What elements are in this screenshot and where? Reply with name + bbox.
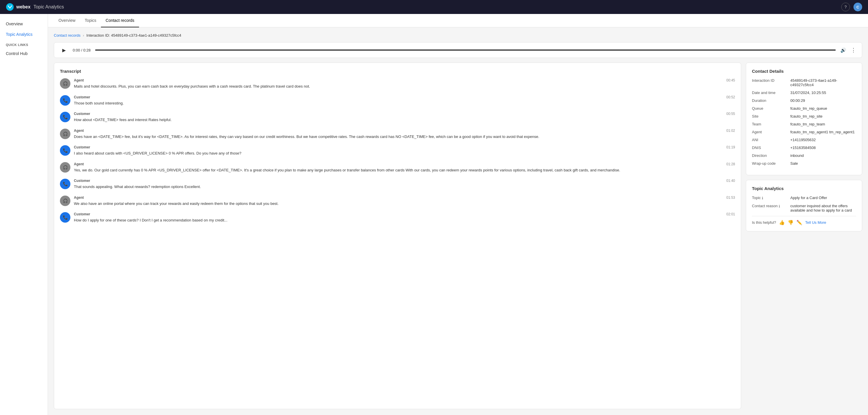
message-text: How about <DATE_TIME> fees and interest …: [74, 117, 735, 123]
body-layout: Overview Topic Analytics QUICK LINKS Con…: [0, 14, 868, 415]
message-avatar: 📞: [60, 212, 70, 223]
message-role: Agent: [74, 162, 84, 166]
message-text: Does have an <DATE_TIME> fee, but it's w…: [74, 134, 735, 140]
message-time: 01:28: [726, 162, 735, 166]
message-text: Those both sound interesting.: [74, 100, 735, 106]
nav-right: ? C: [841, 3, 862, 11]
message-text: We also have an online portal where you …: [74, 201, 735, 207]
message-role: Customer: [74, 95, 90, 99]
message-header: Customer02:01: [74, 212, 735, 216]
user-avatar[interactable]: C: [854, 3, 862, 11]
help-button[interactable]: ?: [841, 3, 850, 11]
message-avatar: 📞: [60, 95, 70, 106]
main-content: Overview Topics Contact records Contact …: [48, 14, 868, 415]
content-area: Contact records › Interaction ID: 454891…: [48, 27, 868, 415]
message-row: 🎧Agent01:02Does have an <DATE_TIME> fee,…: [60, 129, 735, 140]
message-row: 📞Customer01:19I also heard about cards w…: [60, 145, 735, 156]
thumbs-down-icon[interactable]: 👎: [788, 220, 794, 225]
contact-detail-value: 45489149-c373-4ae1-a149-c49327c5fcc4: [790, 78, 856, 87]
message-header: Customer01:40: [74, 179, 735, 183]
thumbs-up-icon[interactable]: 👍: [779, 220, 785, 225]
breadcrumb-separator: ›: [83, 33, 84, 37]
feedback-row: Is this helpful? 👍 👎 ✏️ Tell Us More: [752, 220, 856, 225]
message-time: 01:19: [726, 145, 735, 149]
quick-links-label: QUICK LINKS: [0, 39, 48, 48]
message-avatar: 🎧: [60, 196, 70, 206]
tab-topics[interactable]: Topics: [80, 14, 101, 27]
breadcrumb: Contact records › Interaction ID: 454891…: [54, 33, 862, 37]
right-panels: Contact Details Interaction ID45489149-c…: [746, 63, 862, 409]
message-text: How do I apply for one of these cards? I…: [74, 217, 735, 223]
more-options-icon[interactable]: ⋮: [851, 47, 856, 53]
message-header: Agent01:28: [74, 162, 735, 166]
contact-detail-value: fcauto_tm_rep_team: [790, 122, 856, 126]
topic-value: Apply for a Card Offer: [790, 196, 856, 200]
audio-player: ▶ 0:00 / 0:28 🔊 ⋮: [54, 42, 862, 58]
feedback-question: Is this helpful?: [752, 220, 776, 225]
message-role: Customer: [74, 179, 90, 183]
contact-reason-row: Contact reason ℹ customer inquired about…: [752, 204, 856, 212]
audio-progress-bar[interactable]: [95, 50, 836, 51]
contact-detail-label: Wrap-up code: [752, 161, 787, 166]
tell-us-more-link[interactable]: Tell Us More: [805, 220, 826, 225]
sidebar-item-overview[interactable]: Overview: [0, 19, 48, 29]
contact-detail-value: 31/07/2024, 10:25:55: [790, 90, 856, 95]
message-time: 00:55: [726, 112, 735, 116]
message-body: Agent01:02Does have an <DATE_TIME> fee, …: [74, 129, 735, 140]
message-row: 📞Customer02:01How do I apply for one of …: [60, 212, 735, 223]
play-button[interactable]: ▶: [60, 46, 68, 54]
message-avatar: 🎧: [60, 78, 70, 89]
message-role: Agent: [74, 196, 84, 200]
message-text: That sounds appealing. What about reward…: [74, 184, 735, 190]
message-time: 00:45: [726, 78, 735, 82]
contact-detail-label: Site: [752, 114, 787, 118]
message-row: 📞Customer00:55How about <DATE_TIME> fees…: [60, 112, 735, 123]
transcript-title: Transcript: [60, 69, 735, 73]
message-avatar: 🎧: [60, 129, 70, 139]
contact-detail-label: Direction: [752, 153, 787, 158]
transcript-panel: Transcript 🎧Agent00:45Mails and hotel di…: [54, 63, 741, 409]
contact-detail-label: Duration: [752, 98, 787, 103]
message-avatar: 📞: [60, 145, 70, 156]
breadcrumb-link[interactable]: Contact records: [54, 33, 81, 37]
webex-logo: webex: [6, 3, 31, 11]
contact-detail-value: fcauto_tm_rep_site: [790, 114, 856, 118]
message-time: 00:52: [726, 95, 735, 99]
sidebar-item-topic-analytics[interactable]: Topic Analytics: [0, 29, 48, 39]
contact-detail-row: Interaction ID45489149-c373-4ae1-a149-c4…: [752, 78, 856, 87]
sidebar-item-control-hub[interactable]: Control Hub: [0, 48, 48, 59]
edit-icon[interactable]: ✏️: [797, 220, 802, 225]
contact-detail-label: Date and time: [752, 90, 787, 95]
contact-detail-value: +15163584508: [790, 146, 856, 150]
message-body: Agent00:45Mails and hotel discounts. Plu…: [74, 78, 735, 89]
tab-overview[interactable]: Overview: [54, 14, 80, 27]
top-navigation: webex Topic Analytics ? C: [0, 0, 868, 14]
message-body: Customer00:55How about <DATE_TIME> fees …: [74, 112, 735, 123]
audio-time: 0:00 / 0:28: [73, 48, 90, 52]
message-row: 🎧Agent00:45Mails and hotel discounts. Pl…: [60, 78, 735, 89]
message-header: Agent01:53: [74, 196, 735, 200]
message-role: Agent: [74, 129, 84, 133]
tabs-bar: Overview Topics Contact records: [48, 14, 868, 27]
message-text: Yes, we do. Our gold card currently has …: [74, 167, 735, 173]
contact-reason-info-icon[interactable]: ℹ: [779, 204, 780, 208]
webex-brand-name: webex: [16, 4, 31, 9]
message-text: I also heard about cards with <US_DRIVER…: [74, 150, 735, 156]
message-body: Customer00:52Those both sound interestin…: [74, 95, 735, 106]
volume-icon[interactable]: 🔊: [840, 48, 846, 53]
tab-contact-records[interactable]: Contact records: [101, 14, 139, 27]
message-header: Agent01:02: [74, 129, 735, 133]
svg-point-0: [6, 3, 14, 11]
message-avatar: 📞: [60, 112, 70, 122]
contact-detail-row: ANI+14119505632: [752, 138, 856, 142]
topic-info-icon[interactable]: ℹ: [762, 196, 763, 200]
message-text: Mails and hotel discounts. Plus, you can…: [74, 84, 735, 89]
message-time: 01:02: [726, 129, 735, 133]
contact-detail-label: Team: [752, 122, 787, 126]
contact-detail-label: ANI: [752, 138, 787, 142]
contact-details-title: Contact Details: [752, 69, 856, 73]
contact-detail-value: +14119505632: [790, 138, 856, 142]
contact-detail-row: Teamfcauto_tm_rep_team: [752, 122, 856, 126]
message-avatar: 🎧: [60, 162, 70, 173]
contact-detail-row: Wrap-up codeSale: [752, 161, 856, 166]
